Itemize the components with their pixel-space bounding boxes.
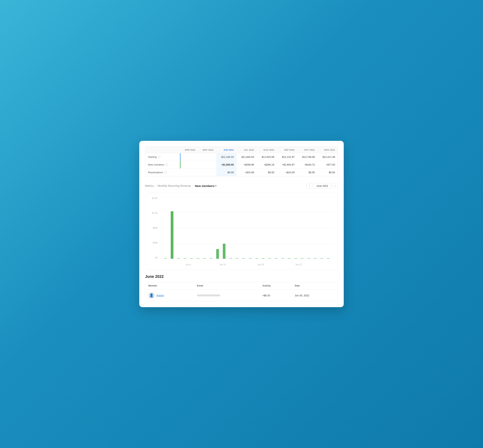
- y-label-400: $400: [153, 241, 158, 244]
- breadcrumb-sep-1: /: [155, 184, 156, 187]
- col-header-jul: JUL 2022: [237, 147, 257, 153]
- cell-starting-apr: [180, 153, 198, 161]
- cell-starting-sep: $12,131.87: [277, 153, 297, 161]
- member-cell: 👤 Robert: [145, 290, 194, 301]
- info-icon-starting[interactable]: i: [158, 155, 160, 158]
- user-icon: 👤: [149, 294, 154, 297]
- june-section: June 2022 Member Email Activity Date: [145, 274, 338, 301]
- info-icon-reactivations[interactable]: i: [164, 171, 167, 174]
- cell-starting-nov: $12,411.48: [317, 153, 338, 161]
- bar-group: [202, 197, 207, 259]
- cell-reactivations-jul: +$15.08: [237, 169, 257, 176]
- mrr-table-section: APR 2022 MAY 2022 JUN 2022 JUL 2022 AUG …: [145, 147, 338, 176]
- cell-newmembers-aug: +$266.19: [257, 161, 277, 169]
- cell-starting-jun: $11,140.10: [216, 153, 237, 161]
- bar-group: [182, 197, 188, 259]
- cell-reactivations-aug: $0.00: [257, 169, 277, 176]
- bar-group: [280, 197, 286, 259]
- main-card: APR 2022 MAY 2022 JUN 2022 JUL 2022 AUG …: [139, 141, 344, 307]
- col-header-nov: NOV 2022: [317, 147, 338, 153]
- bar-group: [293, 197, 299, 259]
- member-date-cell: Jun 30, 2022: [292, 290, 338, 301]
- cell-newmembers-oct: +$183.72: [297, 161, 317, 169]
- col-header-apr: APR 2022: [180, 147, 198, 153]
- member-row: 👤 Robert +$8.33 Jun 30, 2022: [145, 290, 338, 301]
- col-header-sep: SEP 2022: [277, 147, 297, 153]
- info-icon-new-members[interactable]: i: [165, 163, 168, 166]
- avatar: 👤: [148, 292, 155, 298]
- metrics-nav: Metrics / Monthly Recurring Revenue / Ne…: [145, 181, 338, 190]
- breadcrumb-mrr[interactable]: Monthly Recurring Revenue: [158, 184, 191, 187]
- bar-group: [260, 197, 266, 259]
- breadcrumb-sep-2: /: [193, 184, 193, 187]
- bar: [223, 244, 225, 259]
- bar-group: [306, 197, 312, 259]
- cell-newmembers-may: [198, 161, 216, 169]
- y-label-0: $0: [155, 256, 158, 259]
- col-header-aug: AUG 2022: [257, 147, 277, 153]
- cell-starting-jul: $11,844.54: [237, 153, 257, 161]
- y-axis: $1.6K $1.2K $800 $400 $0: [150, 197, 159, 259]
- bar-group: [169, 197, 175, 259]
- member-name-link[interactable]: Robert: [156, 294, 164, 297]
- row-label-new-members: New members i: [145, 161, 180, 169]
- cell-starting-aug: $11,915.09: [257, 153, 277, 161]
- x-label-jun20: Jun 20: [258, 263, 264, 266]
- chart-card: $1.6K $1.2K $800 $400 $0: [145, 193, 338, 270]
- x-axis: Jun 6 Jun 13 Jun 20 Jun 27: [161, 259, 333, 266]
- prev-month-button[interactable]: ‹: [307, 183, 312, 189]
- cell-reactivations-jun: $0.00: [216, 169, 237, 176]
- y-label-800: $800: [153, 227, 158, 229]
- cell-starting-may: [198, 153, 216, 161]
- table-row: Starting i $11,140.10 $11,844.54 $11,915…: [145, 153, 338, 161]
- col-header-activity: Activity: [259, 282, 292, 290]
- x-label-jun6: Jun 6: [186, 263, 191, 266]
- col-header-label: [145, 147, 180, 153]
- cell-newmembers-nov: +$77.50: [317, 161, 338, 169]
- mrr-table: APR 2022 MAY 2022 JUN 2022 JUL 2022 AUG …: [145, 147, 338, 176]
- bar-group: [312, 197, 318, 259]
- x-label-jun27: Jun 27: [295, 263, 302, 266]
- cell-starting-oct: $13,748.09: [297, 153, 317, 161]
- bar-group: [273, 197, 279, 259]
- cell-newmembers-apr: [180, 161, 198, 169]
- cell-reactivations-apr: [180, 169, 198, 176]
- nav-controls: ‹ June 2022 ›: [307, 183, 338, 189]
- bar-group: [267, 197, 273, 259]
- bar-group: [176, 197, 182, 259]
- y-label-1.6k: $1.6K: [152, 197, 158, 199]
- breadcrumb-metrics[interactable]: Metrics: [145, 184, 154, 187]
- bar-group: [299, 197, 305, 259]
- table-row: Reactivations i $0.00 +$15.08 $0.00 +$10…: [145, 169, 338, 176]
- cell-newmembers-jun: +$1,500.00: [216, 161, 237, 169]
- col-header-may: MAY 2022: [198, 147, 216, 153]
- bar-group: [195, 197, 201, 259]
- cell-newmembers-jul: +$258.96: [237, 161, 257, 169]
- bar-group: [189, 197, 194, 259]
- breadcrumb: Metrics / Monthly Recurring Revenue / Ne…: [145, 184, 216, 188]
- bar-group: [208, 197, 214, 259]
- email-placeholder: [197, 294, 220, 296]
- chart-content: Jun 6 Jun 13 Jun 20 Jun 27: [161, 197, 333, 266]
- next-month-button[interactable]: ›: [332, 183, 338, 189]
- breadcrumb-active[interactable]: New members ▾: [195, 184, 216, 188]
- bars-container: [161, 197, 333, 259]
- bar-group: [319, 197, 325, 259]
- bar-group: [241, 197, 246, 259]
- bar-group: [221, 197, 227, 259]
- table-row: New members i +$1,500.00 +$258.96 +$266.…: [145, 161, 338, 169]
- chart-area: $1.6K $1.2K $800 $400 $0: [150, 197, 333, 266]
- bar: [216, 249, 219, 259]
- col-header-date: Date: [292, 282, 338, 290]
- members-table-card: Member Email Activity Date 👤: [145, 282, 338, 301]
- bar-group: [286, 197, 292, 259]
- x-label-jun13: Jun 13: [220, 263, 226, 266]
- june-title: June 2022: [145, 274, 338, 279]
- row-label-starting: Starting i: [145, 153, 180, 161]
- bar-group: [234, 197, 240, 259]
- bar-group: [228, 197, 234, 259]
- member-activity-cell: +$8.33: [259, 290, 292, 301]
- cell-reactivations-sep: +$10.00: [277, 169, 297, 176]
- cell-reactivations-oct: $0.00: [297, 169, 317, 176]
- bar-group: [215, 197, 221, 259]
